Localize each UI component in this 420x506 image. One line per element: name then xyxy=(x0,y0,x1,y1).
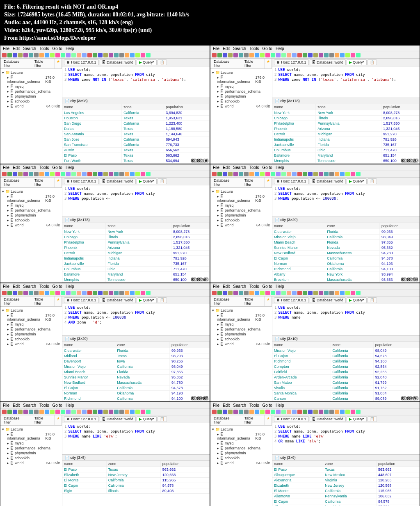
table-row[interactable]: IndianapolisIndiana791,926 xyxy=(62,256,210,261)
sql-editor[interactable]: 1USE world; 2SELECT name, zone, populati… xyxy=(62,304,210,336)
col-header[interactable]: name xyxy=(272,223,325,229)
table-row[interactable]: ClearwaterFlorida99,936 xyxy=(62,348,210,353)
tree-db[interactable]: ▸ 🗄 phpmyadmin xyxy=(2,332,60,337)
menu-tools[interactable]: Tools xyxy=(249,46,259,51)
table-row[interactable]: Arden-ArcadeCalifornia92,040 xyxy=(272,375,420,380)
menu-tools[interactable]: Tools xyxy=(39,403,49,408)
sql-editor[interactable]: 1USE world; 2SELECT name, zone, populati… xyxy=(272,185,420,217)
toolbar-button[interactable] xyxy=(265,172,270,176)
toolbar-button[interactable] xyxy=(50,291,55,295)
toolbar-button[interactable] xyxy=(7,410,12,414)
menu-help[interactable]: Help xyxy=(66,284,74,289)
result-tab[interactable]: 📄 city (3×178) xyxy=(272,98,420,104)
toolbar-button[interactable] xyxy=(119,172,124,176)
toolbar-button[interactable] xyxy=(271,410,275,414)
toolbar-button[interactable] xyxy=(55,410,60,414)
toolbar-button[interactable] xyxy=(135,410,140,414)
toolbar-button[interactable] xyxy=(39,53,44,57)
menu-edit[interactable]: Edit xyxy=(223,46,230,51)
toolbar-button[interactable] xyxy=(356,53,361,57)
tab-database[interactable]: 🗄 Database: world xyxy=(100,178,136,184)
table-row[interactable]: AlbanyNew York93,994 xyxy=(272,504,420,506)
tree-lecture[interactable]: ▾ 📁 Lecture xyxy=(2,189,60,194)
menu-help[interactable]: Help xyxy=(66,403,74,408)
toolbar-button[interactable] xyxy=(77,172,81,176)
toolbar-button[interactable] xyxy=(7,53,12,57)
tree-db[interactable]: ▸ 🗄 schooldb xyxy=(2,99,60,104)
table-row[interactable]: ComptonCalifornia92,864 xyxy=(272,364,420,369)
table-row[interactable]: FairfieldCalifornia92,256 xyxy=(272,369,420,375)
toolbar-button[interactable] xyxy=(345,410,350,414)
tree-db[interactable]: ▸ 🗄 schooldb xyxy=(2,337,60,342)
table-row[interactable]: San FranciscoCalifornia776,733 xyxy=(62,142,210,148)
col-header[interactable]: population xyxy=(379,223,419,229)
table-row[interactable]: Long BeachCalifornia461,522 xyxy=(62,164,210,164)
tree-db[interactable]: ▸ 🗄 world64.0 KiB xyxy=(2,223,60,228)
toolbar-button[interactable] xyxy=(39,410,44,414)
toolbar-button[interactable] xyxy=(239,53,243,57)
table-row[interactable]: New YorkNew York8,008,278 xyxy=(62,229,210,235)
col-header[interactable]: zone xyxy=(316,104,381,110)
toolbar-button[interactable] xyxy=(265,53,270,57)
toolbar-button[interactable] xyxy=(351,291,355,295)
toolbar-button[interactable] xyxy=(55,53,60,57)
tree-db[interactable]: ▸ 🗄 world64.0 KiB xyxy=(212,223,270,228)
col-header[interactable]: zone xyxy=(325,223,380,229)
col-header[interactable]: population xyxy=(160,461,209,467)
menu-goto[interactable]: Go to xyxy=(52,284,62,289)
table-row[interactable]: ElizabethNew Jersey120,568 xyxy=(272,483,420,488)
tab-table-filter[interactable]: Table filter xyxy=(31,59,55,68)
menu-goto[interactable]: Go to xyxy=(262,46,272,51)
toolbar-button[interactable] xyxy=(98,410,103,414)
toolbar-button[interactable] xyxy=(146,410,151,414)
table-row[interactable]: Sunrise ManorNevada95,362 xyxy=(62,375,210,380)
tab-database[interactable]: 🗄 Database: world xyxy=(310,59,346,65)
col-header[interactable]: name xyxy=(272,461,323,467)
menu-goto[interactable]: Go to xyxy=(262,165,272,170)
toolbar-button[interactable] xyxy=(109,172,113,176)
toolbar-button[interactable] xyxy=(212,291,217,295)
tab-db-filter[interactable]: Database filter xyxy=(0,415,31,425)
menu-edit[interactable]: Edit xyxy=(13,165,20,170)
menu-file[interactable]: File xyxy=(3,403,9,408)
toolbar-button[interactable] xyxy=(23,172,28,176)
col-header[interactable]: zone xyxy=(106,223,171,229)
tab-database[interactable]: 🗄 Database: world xyxy=(310,416,346,422)
toolbar-button[interactable] xyxy=(109,410,113,414)
toolbar-button[interactable] xyxy=(308,291,313,295)
toolbar-button[interactable] xyxy=(119,53,124,57)
toolbar-button[interactable] xyxy=(13,291,17,295)
toolbar-button[interactable] xyxy=(45,291,49,295)
table-row[interactable]: ColumbusOhio711,470 xyxy=(272,148,420,153)
tab-table-filter[interactable]: Table filter xyxy=(241,178,265,187)
toolbar-button[interactable] xyxy=(271,53,275,57)
menu-help[interactable]: Help xyxy=(276,403,284,408)
table-row[interactable]: Los AngelesCalifornia3,694,820 xyxy=(62,110,210,116)
toolbar-button[interactable] xyxy=(340,410,345,414)
menu-tools[interactable]: Tools xyxy=(249,284,259,289)
tab-table-filter[interactable]: Table filter xyxy=(241,415,265,425)
tab-favorites[interactable]: ★ xyxy=(55,178,62,187)
tree-lecture[interactable]: ▾ 📁 Lecture xyxy=(2,308,60,313)
tab-favorites[interactable]: ★ xyxy=(265,296,272,306)
tree-db[interactable]: ▸ 🗄 information_schema176.0 KiB xyxy=(212,194,270,203)
tab-host[interactable]: 🖥 Host: 127.0.0.1 xyxy=(64,297,99,303)
menu-tools[interactable]: Tools xyxy=(249,403,259,408)
toolbar-button[interactable] xyxy=(103,172,108,176)
toolbar-button[interactable] xyxy=(61,53,65,57)
toolbar-button[interactable] xyxy=(324,172,329,176)
toolbar-button[interactable] xyxy=(255,53,259,57)
toolbar-button[interactable] xyxy=(66,410,71,414)
toolbar-button[interactable] xyxy=(39,291,44,295)
tab-db-filter[interactable]: Database filter xyxy=(210,59,241,68)
table-row[interactable]: El PasoTexas563,662 xyxy=(272,467,420,472)
tree-db[interactable]: ▸ 🗄 information_schema176.0 KiB xyxy=(2,313,60,322)
toolbar-button[interactable] xyxy=(297,291,302,295)
tab-table-filter[interactable]: Table filter xyxy=(241,296,265,306)
toolbar-button[interactable] xyxy=(29,172,33,176)
toolbar-button[interactable] xyxy=(130,172,135,176)
col-header[interactable]: name xyxy=(62,223,106,229)
toolbar-button[interactable] xyxy=(217,172,222,176)
toolbar-button[interactable] xyxy=(2,172,7,176)
col-header[interactable]: population xyxy=(377,461,420,467)
